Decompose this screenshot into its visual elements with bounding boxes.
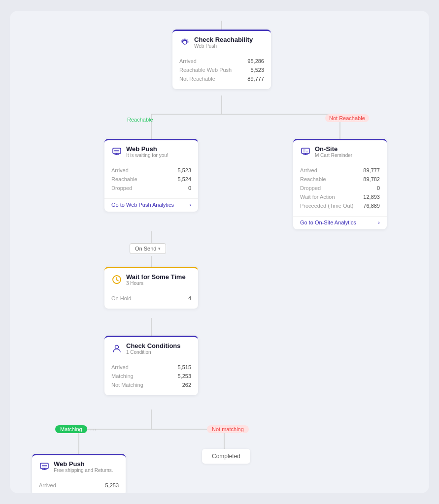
check-conditions-subtitle: 1 Condition [126, 349, 181, 355]
wait-subtitle: 3 Hours [126, 281, 186, 286]
stat-arrived-cr: Arrived 95,286 [179, 57, 264, 65]
wait-title: Wait for Some Time [126, 273, 186, 281]
web-push-header-2: Web Push Free shipping and Returns. [32, 454, 126, 477]
on-send-badge[interactable]: On Send ▾ [130, 243, 166, 254]
not-matching-label-container: Not matching [207, 425, 249, 433]
on-site-title: On-Site [315, 145, 352, 153]
svg-point-26 [115, 346, 119, 349]
wait-header: Wait for Some Time 3 Hours [104, 267, 198, 290]
check-conditions-title: Check Conditions [126, 342, 181, 349]
matching-label-container: Matching ··· [55, 425, 97, 433]
on-site-stats: Arrived 89,777 Reachable 89,782 Dropped … [293, 162, 387, 216]
svg-rect-21 [303, 149, 305, 153]
check-conditions-card: Check Conditions 1 Condition Arrived 5,5… [104, 336, 198, 395]
stat-not-reachable-cr: Not Reachable 89,777 [179, 74, 264, 83]
wait-stats: On Hold 4 [104, 290, 198, 309]
stat-reachable-wp: Reachable Web Push 5,523 [179, 65, 264, 74]
web-push-header-1: Web Push It is waiting for you! [104, 139, 198, 162]
svg-rect-16 [114, 150, 119, 153]
web-push-icon-2 [39, 461, 50, 472]
svg-rect-30 [42, 465, 47, 468]
on-site-analytics-link[interactable]: Go to On-Site Analytics › [293, 216, 387, 229]
reachable-label: Reachable [124, 116, 156, 124]
check-reachability-header: Check Reachability Web Push [172, 30, 271, 53]
svg-point-12 [183, 40, 187, 44]
on-site-subtitle: M Cart Reminder [315, 153, 352, 158]
web-push-subtitle-1: It is waiting for you! [126, 153, 169, 158]
web-push-icon-1 [111, 146, 122, 157]
web-push-subtitle-2: Free shipping and Returns. [54, 468, 113, 473]
clock-icon [111, 274, 122, 285]
not-reachable-label: Not Reachable [325, 114, 369, 122]
chevron-down-icon: ▾ [158, 246, 161, 251]
web-push-stats-2: Arrived 5,253 [32, 477, 126, 493]
completed-box: Completed [202, 449, 250, 464]
on-site-header: On-Site M Cart Reminder [293, 139, 387, 162]
web-push-title-2: Web Push [54, 460, 113, 468]
svg-line-25 [117, 280, 118, 281]
not-matching-label: Not matching [207, 425, 249, 433]
web-push-analytics-link-1[interactable]: Go to Web Push Analytics › [104, 198, 198, 212]
web-push-stats-1: Arrived 5,523 Reachable 5,524 Dropped 0 [104, 162, 198, 198]
web-push-title-1: Web Push [126, 145, 169, 153]
svg-rect-22 [306, 151, 308, 153]
matching-label: Matching [55, 425, 87, 433]
check-conditions-stats: Arrived 5,515 Matching 5,253 Not Matchin… [104, 359, 198, 395]
check-conditions-header: Check Conditions 1 Condition [104, 336, 198, 359]
wait-for-some-time-card: Wait for Some Time 3 Hours On Hold 4 [104, 267, 198, 309]
signal-icon [179, 37, 190, 48]
chevron-right-icon-2: › [378, 220, 380, 225]
web-push-card-2: Web Push Free shipping and Returns. Arri… [32, 454, 126, 493]
check-reachability-stats: Arrived 95,286 Reachable Web Push 5,523 … [172, 53, 271, 89]
ellipsis-icon: ··· [90, 426, 97, 433]
check-reachability-title: Check Reachability [194, 36, 253, 43]
check-reachability-card: Check Reachability Web Push Arrived 95,2… [172, 30, 271, 89]
on-site-card: On-Site M Cart Reminder Arrived 89,777 R… [293, 139, 387, 229]
web-push-card-1: Web Push It is waiting for you! Arrived … [104, 139, 198, 212]
check-reachability-subtitle: Web Push [194, 43, 253, 49]
flow-canvas: Check Reachability Web Push Arrived 95,2… [10, 11, 429, 493]
chevron-right-icon: › [189, 202, 191, 208]
on-site-icon [300, 146, 311, 157]
person-icon [111, 343, 122, 354]
